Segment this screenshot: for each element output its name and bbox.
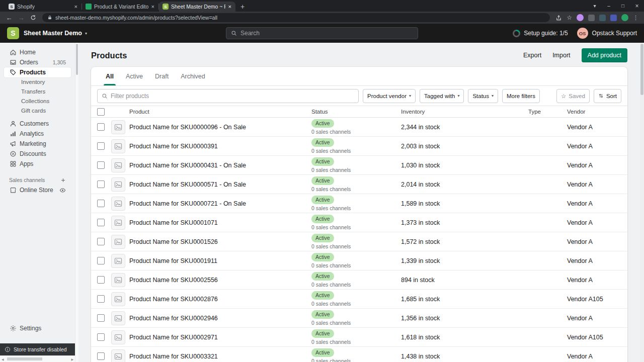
- extension-icon[interactable]: [588, 15, 595, 21]
- table-row[interactable]: Product Name for SKU0002971 Active 0 sal…: [91, 328, 627, 347]
- product-name-link[interactable]: Product Name for SKU0002556: [129, 277, 311, 284]
- sidebar-vertical-scrollbar[interactable]: [75, 43, 78, 362]
- global-search[interactable]: [226, 27, 418, 39]
- filter-products-input[interactable]: [111, 93, 354, 100]
- table-row[interactable]: Product Name for SKU0001911 Active 0 sal…: [91, 251, 627, 270]
- row-checkbox[interactable]: [97, 123, 105, 131]
- product-name-link[interactable]: Product Name for SKU0002946: [129, 315, 311, 322]
- row-checkbox[interactable]: [97, 142, 105, 150]
- sidebar-item-transfers[interactable]: Transfers: [4, 87, 71, 97]
- row-checkbox[interactable]: [97, 314, 105, 322]
- row-checkbox[interactable]: [97, 352, 105, 360]
- browser-menu-icon[interactable]: ⋮: [633, 15, 638, 21]
- sidebar-item-inventory[interactable]: Inventory: [4, 77, 71, 87]
- sidebar-item-discounts[interactable]: Discounts: [4, 149, 71, 159]
- table-row[interactable]: Product Name for SKU0001526 Active 0 sal…: [91, 232, 627, 251]
- sidebar-item-settings[interactable]: Settings: [4, 323, 71, 333]
- scrollbar-thumb[interactable]: [76, 44, 78, 75]
- product-name-link[interactable]: Product Name for SKU0000391: [129, 143, 311, 150]
- table-row[interactable]: Product Name for SKU0002876 Active 0 sal…: [91, 290, 627, 309]
- sidebar-item-online-store[interactable]: Online Store: [4, 185, 71, 195]
- store-name-menu[interactable]: Sheet Master Demo ▾: [24, 30, 87, 37]
- column-header-vendor[interactable]: Vendor: [567, 109, 627, 115]
- row-checkbox[interactable]: [97, 219, 105, 226]
- sidebar-item-products[interactable]: Products: [4, 67, 71, 77]
- more-filters-button[interactable]: More filters: [502, 89, 540, 103]
- row-checkbox[interactable]: [97, 161, 105, 169]
- setup-guide-button[interactable]: Setup guide: 1/5: [513, 30, 568, 37]
- browser-tab-editor[interactable]: Product & Variant Editor - Goog ×: [82, 2, 158, 12]
- share-icon[interactable]: [555, 15, 562, 21]
- product-name-link[interactable]: Product Name for SKU0003321: [129, 353, 311, 360]
- back-button[interactable]: ←: [3, 13, 15, 23]
- extension-icon[interactable]: [610, 15, 617, 21]
- view-store-eye-icon[interactable]: [59, 187, 66, 194]
- tab-close-icon[interactable]: ×: [74, 4, 78, 10]
- scroll-left-arrow-icon[interactable]: ◀: [2, 357, 4, 361]
- extension-icon[interactable]: [577, 14, 584, 21]
- export-button[interactable]: Export: [518, 49, 546, 62]
- add-sales-channel-icon[interactable]: [60, 177, 66, 183]
- reload-button[interactable]: [27, 13, 39, 23]
- row-checkbox[interactable]: [97, 180, 105, 188]
- column-header-product[interactable]: Product: [129, 109, 311, 115]
- product-name-link[interactable]: Product Name for SKU0000096 - On Sale: [129, 124, 311, 131]
- row-checkbox[interactable]: [97, 333, 105, 341]
- product-name-link[interactable]: Product Name for SKU0000721 - On Sale: [129, 200, 311, 207]
- status-filter-button[interactable]: Status ▾: [468, 89, 498, 103]
- sidebar-item-marketing[interactable]: Marketing: [4, 139, 71, 149]
- table-row[interactable]: Product Name for SKU0000571 - On Sale Ac…: [91, 175, 627, 194]
- tab-close-icon[interactable]: ×: [151, 4, 155, 10]
- add-product-button[interactable]: Add product: [582, 48, 627, 62]
- tab-active[interactable]: Active: [121, 67, 148, 85]
- row-checkbox[interactable]: [97, 276, 105, 284]
- tab-search-icon[interactable]: ▾: [588, 3, 602, 9]
- tab-draft[interactable]: Draft: [150, 67, 174, 85]
- product-name-link[interactable]: Product Name for SKU0001526: [129, 238, 311, 245]
- store-transfer-notice[interactable]: Store transfer disabled: [0, 343, 75, 355]
- tab-close-icon[interactable]: ×: [228, 4, 232, 10]
- product-name-link[interactable]: Product Name for SKU0000571 - On Sale: [129, 181, 311, 188]
- sidebar-item-orders[interactable]: Orders 1,305: [4, 57, 71, 67]
- table-row[interactable]: Product Name for SKU0000096 - On Sale Ac…: [91, 118, 627, 137]
- bookmark-star-icon[interactable]: ☆: [567, 15, 572, 21]
- row-checkbox[interactable]: [97, 238, 105, 245]
- profile-avatar-icon[interactable]: [621, 14, 628, 21]
- select-all-checkbox[interactable]: [97, 108, 105, 116]
- browser-tab-products[interactable]: S Sheet Master Demo ~ Products ×: [159, 2, 235, 12]
- sidebar-item-customers[interactable]: Customers: [4, 119, 71, 129]
- filter-products-field[interactable]: [97, 89, 359, 103]
- column-header-status[interactable]: Status: [311, 109, 401, 115]
- page-scrollbar[interactable]: [640, 43, 644, 362]
- scrollbar-thumb[interactable]: [7, 357, 42, 360]
- address-bar[interactable]: sheet-master-demo.myshopify.com/admin/pr…: [42, 13, 550, 22]
- product-name-link[interactable]: Product Name for SKU0001911: [129, 257, 311, 264]
- browser-tab-shopify[interactable]: S Shopify ×: [5, 2, 82, 12]
- shopify-logo-icon[interactable]: S: [7, 27, 19, 39]
- column-header-inventory[interactable]: Inventory: [401, 109, 528, 115]
- table-row[interactable]: Product Name for SKU0000391 Active 0 sal…: [91, 137, 627, 156]
- table-row[interactable]: Product Name for SKU0003321 Active 0 sal…: [91, 347, 627, 362]
- sort-button[interactable]: Sort: [594, 89, 621, 103]
- forward-button[interactable]: →: [15, 13, 27, 23]
- new-tab-button[interactable]: +: [236, 2, 249, 12]
- sidebar-item-collections[interactable]: Collections: [4, 97, 71, 106]
- row-checkbox[interactable]: [97, 295, 105, 303]
- table-row[interactable]: Product Name for SKU0000431 - On Sale Ac…: [91, 156, 627, 175]
- scrollbar-thumb[interactable]: [640, 44, 643, 95]
- product-name-link[interactable]: Product Name for SKU0000431 - On Sale: [129, 162, 311, 169]
- product-vendor-filter-button[interactable]: Product vendor ▾: [363, 89, 416, 103]
- window-maximize-button[interactable]: □: [616, 3, 630, 9]
- table-row[interactable]: Product Name for SKU0000721 - On Sale Ac…: [91, 194, 627, 213]
- sidebar-item-home[interactable]: Home: [4, 47, 71, 57]
- tagged-with-filter-button[interactable]: Tagged with ▾: [420, 89, 464, 103]
- table-row[interactable]: Product Name for SKU0002556 Active 0 sal…: [91, 270, 627, 290]
- product-name-link[interactable]: Product Name for SKU0002876: [129, 296, 311, 303]
- sidebar-item-gift-cards[interactable]: Gift cards: [4, 106, 71, 116]
- import-button[interactable]: Import: [547, 49, 575, 62]
- tab-all[interactable]: All: [101, 67, 119, 85]
- account-menu[interactable]: OS Opstack Support: [577, 28, 637, 39]
- row-checkbox[interactable]: [97, 200, 105, 207]
- sidebar-item-apps[interactable]: Apps: [4, 159, 71, 169]
- saved-searches-button[interactable]: ☆ Saved: [556, 89, 590, 103]
